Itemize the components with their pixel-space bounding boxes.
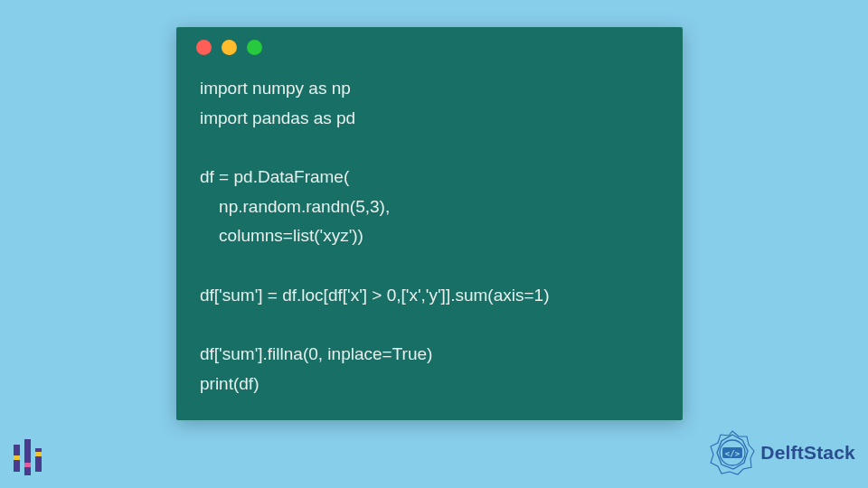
- brand-logo: </> DelftStack: [708, 428, 855, 477]
- svg-rect-5: [35, 452, 42, 456]
- code-content: import numpy as np import pandas as pd d…: [176, 67, 683, 420]
- left-logo-icon: [11, 439, 47, 475]
- svg-rect-1: [14, 455, 20, 460]
- window-titlebar: [176, 27, 683, 67]
- brand-seal-icon: </>: [708, 428, 757, 477]
- code-window: import numpy as np import pandas as pd d…: [176, 27, 683, 420]
- svg-rect-3: [24, 463, 31, 467]
- svg-rect-4: [35, 448, 42, 472]
- minimize-icon[interactable]: [222, 40, 237, 55]
- svg-rect-2: [24, 439, 31, 475]
- maximize-icon[interactable]: [247, 40, 262, 55]
- brand-name: DelftStack: [760, 442, 855, 464]
- close-icon[interactable]: [196, 40, 212, 55]
- svg-text:</>: </>: [725, 449, 741, 458]
